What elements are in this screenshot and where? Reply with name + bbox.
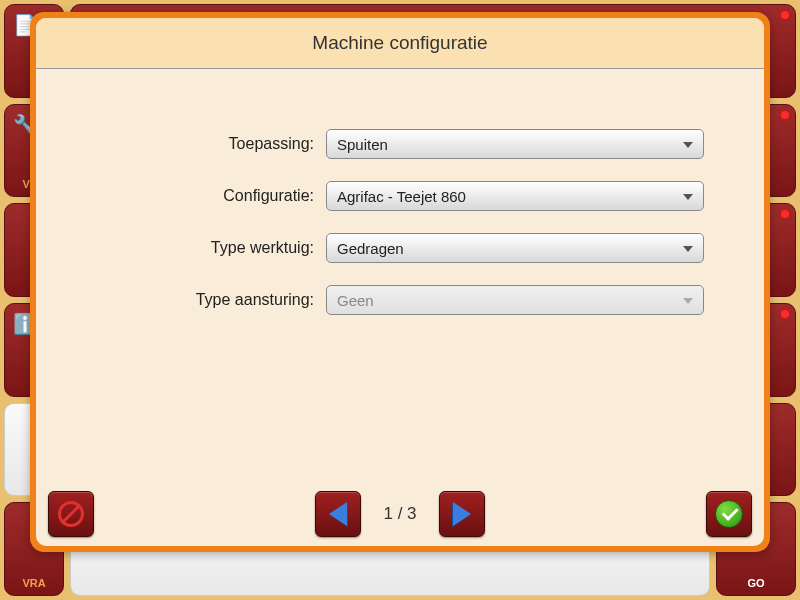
field-configuration: Configuratie: Agrifac - Teejet 860 [96,181,704,211]
select-configuration-value: Agrifac - Teejet 860 [337,188,466,205]
prev-button[interactable] [315,491,361,537]
select-control-type-value: Geen [337,292,374,309]
field-application: Toepassing: Spuiten [96,129,704,159]
modal-body: Toepassing: Spuiten Configuratie: Agrifa… [36,69,764,482]
label-control-type: Type aansturing: [96,291,326,309]
select-control-type: Geen [326,285,704,315]
modal-inner: Machine configuratie Toepassing: Spuiten… [36,18,764,546]
field-control-type: Type aansturing: Geen [96,285,704,315]
select-implement-type[interactable]: Gedragen [326,233,704,263]
modal-backdrop: Machine configuratie Toepassing: Spuiten… [0,0,800,600]
pager: 1 / 3 [315,491,485,537]
select-implement-type-value: Gedragen [337,240,404,257]
cancel-button[interactable] [48,491,94,537]
cancel-icon [58,501,84,527]
machine-config-modal: Machine configuratie Toepassing: Spuiten… [30,12,770,552]
label-implement-type: Type werktuig: [96,239,326,257]
arrow-right-icon [453,502,471,526]
label-configuration: Configuratie: [96,187,326,205]
modal-title: Machine configuratie [50,32,750,54]
modal-footer: 1 / 3 [36,482,764,546]
check-icon [715,500,743,528]
page-indicator: 1 / 3 [375,504,425,524]
modal-header: Machine configuratie [36,18,764,69]
select-configuration[interactable]: Agrifac - Teejet 860 [326,181,704,211]
select-application-value: Spuiten [337,136,388,153]
confirm-button[interactable] [706,491,752,537]
arrow-left-icon [329,502,347,526]
next-button[interactable] [439,491,485,537]
label-application: Toepassing: [96,135,326,153]
select-application[interactable]: Spuiten [326,129,704,159]
field-implement-type: Type werktuig: Gedragen [96,233,704,263]
